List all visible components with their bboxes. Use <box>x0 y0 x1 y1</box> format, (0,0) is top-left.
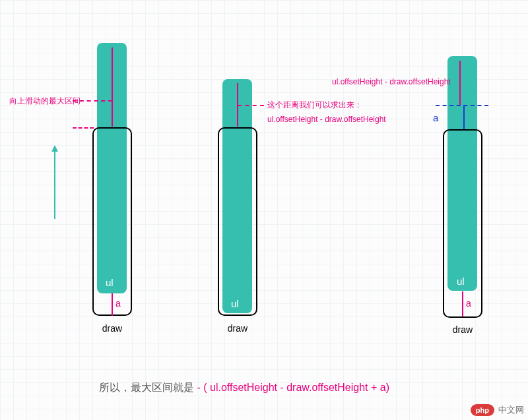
conclusion-text: 所以，最大区间就是 - ( ul.offsetHeight - draw.off… <box>99 381 389 395</box>
right-ul-label: ul <box>457 276 465 287</box>
left-ul-center-line <box>112 47 113 127</box>
watermark-text: 中文网 <box>498 404 524 416</box>
right-annotation: ul.offsetHeight - draw.offsetHeight <box>332 76 451 88</box>
left-a-line <box>112 293 113 316</box>
mid-ul-label: ul <box>231 298 239 309</box>
conclusion-formula: - ( ul.offsetHeight - draw.offsetHeight … <box>197 382 389 393</box>
watermark-logo: php <box>471 404 494 416</box>
mid-annotation-line1: 这个距离我们可以求出来： <box>267 99 362 111</box>
mid-annotation-line2: ul.offsetHeight - draw.offsetHeight <box>267 113 386 125</box>
right-dash-blue <box>436 105 488 106</box>
right-a-line <box>462 291 463 316</box>
left-draw-caption: draw <box>92 323 132 334</box>
right-measure-pink <box>459 61 461 105</box>
mid-dash <box>238 105 264 106</box>
right-a-label-bottom: a <box>466 298 471 309</box>
left-a-label: a <box>116 298 121 309</box>
diagram-stage: ul a draw 向上滑动的最大区间 ul draw 这个距离我们可以求出来：… <box>0 0 528 420</box>
mid-draw-box <box>218 127 257 316</box>
right-draw-caption: draw <box>443 324 482 335</box>
right-measure-blue <box>463 105 465 129</box>
left-ul-label: ul <box>106 277 114 288</box>
watermark: php 中文网 <box>471 404 524 416</box>
conclusion-prefix: 所以，最大区间就是 <box>99 382 197 393</box>
mid-draw-caption: draw <box>218 323 257 334</box>
left-dash-bottom <box>73 127 94 129</box>
left-annotation: 向上滑动的最大区间 <box>9 95 81 107</box>
right-a-label-top: a <box>433 112 438 123</box>
right-draw-box <box>443 129 482 318</box>
up-arrow-icon <box>54 146 55 219</box>
